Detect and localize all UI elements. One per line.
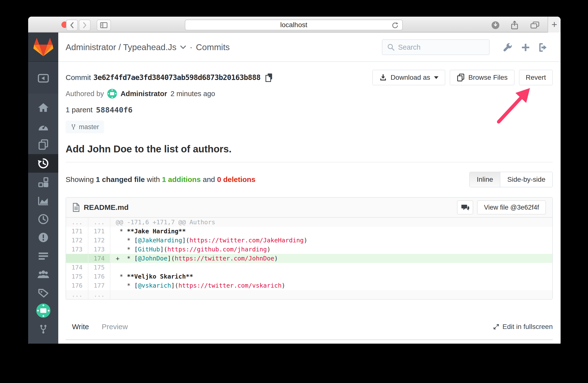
diff-code-line: [110, 263, 552, 272]
back-button[interactable]: [66, 19, 78, 31]
inline-toggle-button[interactable]: Inline: [470, 172, 500, 187]
sidebar-user-avatar[interactable]: [28, 301, 58, 320]
old-line-number: ...: [66, 218, 88, 227]
sign-out-button[interactable]: [537, 42, 548, 53]
sidebar-item-home[interactable]: [28, 98, 58, 117]
diff-code-line: * **Veljko Skarich**: [110, 272, 552, 281]
issues-icon: [38, 232, 49, 243]
diff-file-name[interactable]: README.md: [84, 203, 128, 211]
commit-page-content: Commit 3e62f4fd7ae3fd384073ab598d6873b20…: [58, 70, 561, 340]
sidebar-item-graphs[interactable]: [28, 191, 58, 210]
changes-summary: Showing 1 changed file with 1 additions …: [66, 175, 255, 184]
fullscreen-expand-icon: [493, 323, 500, 330]
diff-file-header: README.md View file @3e62f4f: [66, 198, 552, 218]
sidebar-item-builds[interactable]: [28, 210, 58, 229]
url-text: localhost: [280, 21, 307, 29]
old-line-number: 172: [66, 236, 88, 245]
main-area: Administrator / Typeahead.Js · Commits: [58, 33, 561, 343]
diff-view-toggle: Inline Side-by-side: [469, 172, 553, 187]
admin-wrench-button[interactable]: [502, 42, 513, 53]
authored-line: Authored by Administrator 2 minutes ago: [66, 89, 553, 98]
sidebar-item-fork[interactable]: [28, 320, 58, 339]
parent-sha-link[interactable]: 588440f6: [96, 105, 132, 114]
comment-button[interactable]: [457, 200, 473, 214]
new-project-button[interactable]: [520, 42, 531, 53]
downloads-button[interactable]: [490, 19, 501, 31]
diff-file: README.md View file @3e62f4f: [66, 197, 553, 300]
sidebar-item-collapse[interactable]: [28, 69, 58, 88]
forward-icon: [82, 21, 88, 29]
new-tab-button[interactable]: +: [548, 17, 561, 33]
diff-row: ......: [66, 290, 552, 299]
summary-additions: 1 additions: [162, 175, 201, 183]
tab-preview[interactable]: Preview: [95, 321, 134, 332]
branch-badge[interactable]: master: [66, 121, 104, 133]
copy-sha-button[interactable]: [264, 73, 273, 82]
diff-row: 171171 * **Jake Harding**: [66, 227, 552, 236]
sidebar-toggle-icon: [100, 22, 108, 29]
breadcrumb: Administrator / Typeahead.Js · Commits: [66, 33, 230, 62]
sidebar-item-merge-requests[interactable]: [28, 247, 58, 265]
diff-code-line: [110, 290, 552, 299]
sidebar-item-network[interactable]: [28, 173, 58, 192]
gitlab-logo: [33, 37, 54, 57]
side-by-side-toggle-button[interactable]: Side-by-side: [500, 172, 552, 187]
labels-tag-icon: [38, 287, 49, 298]
parents-label: 1 parent: [66, 106, 93, 114]
editor-tabs: Write Preview Edit in fullscreen: [66, 321, 553, 340]
sidebar-toggle-button[interactable]: [97, 19, 111, 31]
new-line-number: 172: [88, 236, 110, 245]
browser-window: localhost: [28, 17, 561, 344]
commit-message: Add John Doe to the list of authors.: [66, 144, 553, 154]
activity-gauge-icon: [38, 121, 49, 131]
search-input[interactable]: [398, 43, 476, 51]
view-file-label: View file @3e62f4f: [484, 204, 539, 211]
diff-row: 174175: [66, 263, 552, 272]
show-tabs-button[interactable]: [529, 19, 541, 31]
comment-editor: Write Preview Edit in fullscreen: [66, 321, 553, 340]
sidebar-item-commits[interactable]: [28, 154, 58, 173]
view-file-button[interactable]: View file @3e62f4f: [477, 200, 546, 214]
gitlab-sidebar: [28, 33, 58, 344]
sidebar-item-activity[interactable]: [28, 117, 58, 135]
new-line-number: 173: [88, 245, 110, 254]
old-line-number: 174: [66, 263, 88, 272]
project-path-link[interactable]: Administrator / Typeahead.Js: [66, 42, 176, 52]
summary-changed-file: 1 changed file: [96, 175, 145, 183]
url-field[interactable]: localhost: [185, 19, 403, 30]
section-title: Commits: [196, 42, 230, 52]
download-as-button[interactable]: Download as: [372, 70, 445, 85]
sidebar-item-labels[interactable]: [28, 284, 58, 302]
sidebar-item-members[interactable]: [28, 265, 58, 284]
chevron-down-icon[interactable]: [180, 45, 186, 49]
edit-fullscreen-label: Edit in fullscreen: [503, 323, 553, 331]
parent-line: 1 parent 588440f6: [66, 105, 553, 114]
network-cubes-icon: [38, 177, 49, 188]
clock-icon: [38, 213, 49, 225]
sidebar-item-files[interactable]: [28, 135, 58, 154]
revert-button[interactable]: Revert: [519, 70, 553, 85]
tabs-icon: [530, 21, 540, 29]
diff-table-body: ......@@ -171,6 +171,7 @@ Authors171171 …: [66, 218, 552, 299]
search-icon: [387, 43, 395, 51]
summary-showing: Showing: [66, 175, 94, 183]
diff-code-line: @@ -171,6 +171,7 @@ Authors: [110, 218, 552, 227]
home-icon: [38, 102, 49, 113]
diff-code-line: + * [@JohnDoe](https://twitter.com/JohnD…: [110, 254, 552, 263]
files-icon: [38, 139, 49, 150]
screenshot-canvas: localhost: [0, 0, 588, 383]
search-box[interactable]: [382, 39, 490, 55]
edit-fullscreen-button[interactable]: Edit in fullscreen: [493, 323, 553, 331]
commit-sha-line: Commit 3e62f4fd7ae3fd384073ab598d6873b20…: [66, 70, 273, 85]
share-button[interactable]: [509, 19, 521, 31]
author-name[interactable]: Administrator: [120, 90, 167, 98]
authored-by-label: Authored by: [66, 90, 104, 98]
sidebar-item-issues[interactable]: [28, 228, 58, 247]
browse-files-button[interactable]: Browse Files: [450, 70, 514, 85]
gitlab-logo-block[interactable]: [28, 33, 58, 62]
forward-button[interactable]: [79, 19, 91, 31]
reload-button[interactable]: [391, 21, 399, 31]
branch-icon: [70, 123, 76, 130]
tab-write[interactable]: Write: [66, 321, 95, 332]
revert-label: Revert: [526, 74, 546, 81]
